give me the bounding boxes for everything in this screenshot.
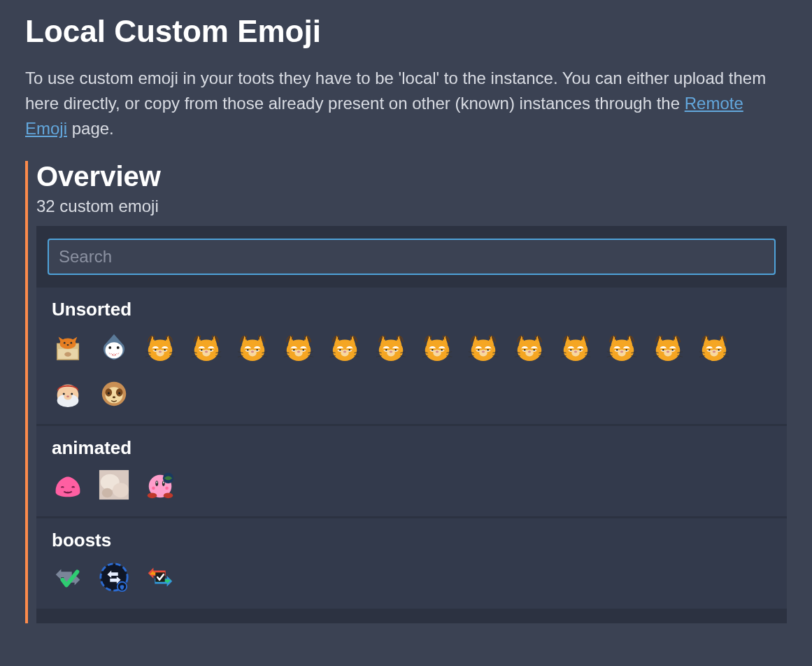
emoji-garfield-1[interactable] bbox=[144, 330, 176, 362]
svg-point-114 bbox=[662, 349, 664, 350]
category-animated: animated bbox=[36, 426, 787, 516]
emoji-garfield-10[interactable] bbox=[560, 330, 592, 362]
svg-point-151 bbox=[152, 486, 155, 490]
emoji-garfield-11[interactable] bbox=[606, 330, 638, 362]
svg-point-69 bbox=[432, 349, 433, 350]
svg-point-123 bbox=[708, 349, 710, 350]
intro-post: page. bbox=[67, 119, 114, 138]
svg-point-149 bbox=[156, 481, 157, 483]
svg-point-70 bbox=[441, 349, 442, 350]
svg-point-34 bbox=[256, 349, 257, 350]
emoji-fox-box[interactable] bbox=[52, 330, 84, 362]
svg-point-97 bbox=[579, 349, 580, 350]
svg-point-146 bbox=[164, 493, 173, 499]
svg-point-145 bbox=[148, 493, 157, 499]
svg-point-4 bbox=[70, 342, 72, 344]
emoji-blob-pink[interactable] bbox=[52, 469, 84, 501]
emoji-garfield-6[interactable] bbox=[375, 330, 407, 362]
overview-title: Overview bbox=[36, 161, 787, 192]
emoji-garfield-13[interactable] bbox=[698, 330, 730, 362]
emoji-sloth[interactable] bbox=[98, 376, 130, 409]
category-title: Unsorted bbox=[52, 299, 771, 320]
svg-point-81 bbox=[482, 350, 485, 353]
emoji-grid bbox=[52, 561, 771, 593]
svg-point-99 bbox=[574, 350, 577, 353]
svg-point-9 bbox=[117, 346, 120, 349]
emoji-garfield-8[interactable] bbox=[467, 330, 499, 362]
svg-point-105 bbox=[616, 349, 618, 350]
svg-point-27 bbox=[205, 350, 208, 353]
svg-point-96 bbox=[570, 349, 571, 350]
emoji-kirby-globe[interactable] bbox=[144, 469, 176, 501]
svg-point-54 bbox=[343, 350, 346, 353]
svg-point-24 bbox=[201, 349, 202, 350]
category-title: boosts bbox=[52, 530, 771, 551]
svg-point-45 bbox=[297, 350, 300, 353]
svg-point-42 bbox=[293, 349, 294, 350]
emoji-shark[interactable] bbox=[98, 330, 130, 362]
emoji-garfield-5[interactable] bbox=[329, 330, 361, 362]
svg-point-138 bbox=[118, 392, 120, 394]
emoji-grid bbox=[52, 469, 771, 501]
svg-point-36 bbox=[251, 350, 254, 353]
emoji-garfield-7[interactable] bbox=[421, 330, 453, 362]
svg-point-150 bbox=[163, 481, 164, 483]
svg-point-132 bbox=[66, 395, 69, 397]
svg-point-108 bbox=[620, 350, 623, 353]
svg-point-15 bbox=[155, 349, 156, 350]
search-input[interactable] bbox=[48, 239, 776, 275]
svg-point-60 bbox=[385, 349, 387, 350]
svg-point-51 bbox=[339, 349, 341, 350]
svg-point-130 bbox=[63, 392, 65, 395]
svg-point-8 bbox=[108, 346, 111, 349]
svg-point-5 bbox=[66, 344, 69, 346]
category-title: animated bbox=[52, 437, 771, 459]
category-boosts: boosts bbox=[36, 518, 787, 609]
emoji-boost-circle[interactable] bbox=[98, 561, 130, 593]
svg-point-78 bbox=[478, 349, 479, 350]
svg-point-2 bbox=[60, 339, 76, 349]
emoji-santa[interactable] bbox=[52, 376, 84, 409]
svg-point-139 bbox=[113, 396, 115, 398]
svg-point-126 bbox=[713, 350, 715, 353]
svg-point-72 bbox=[436, 350, 439, 353]
svg-point-88 bbox=[533, 349, 534, 350]
emoji-count: 32 custom emoji bbox=[36, 197, 787, 216]
emoji-fluffy[interactable] bbox=[98, 469, 130, 501]
svg-point-87 bbox=[524, 349, 525, 350]
emoji-garfield-4[interactable] bbox=[283, 330, 315, 362]
svg-point-131 bbox=[71, 392, 73, 395]
emoji-boost-check[interactable] bbox=[52, 561, 84, 593]
svg-point-124 bbox=[718, 349, 719, 350]
category-unsorted: Unsorted bbox=[36, 288, 787, 424]
emoji-boost-rainbow[interactable] bbox=[144, 561, 176, 593]
overview-section: Overview 32 custom emoji Unsortedanimate… bbox=[25, 161, 787, 623]
svg-point-106 bbox=[625, 349, 627, 350]
svg-point-33 bbox=[247, 349, 248, 350]
svg-point-115 bbox=[671, 349, 673, 350]
svg-point-25 bbox=[210, 349, 211, 350]
svg-point-79 bbox=[487, 349, 488, 350]
svg-point-143 bbox=[102, 488, 113, 497]
svg-point-6 bbox=[64, 352, 71, 357]
svg-point-52 bbox=[348, 349, 350, 350]
emoji-garfield-2[interactable] bbox=[190, 330, 222, 362]
emoji-garfield-3[interactable] bbox=[236, 330, 269, 362]
svg-point-90 bbox=[528, 350, 531, 353]
emoji-grid bbox=[52, 330, 771, 409]
panel-footer bbox=[36, 611, 787, 623]
page-title: Local Custom Emoji bbox=[25, 14, 787, 49]
intro-pre: To use custom emoji in your toots they h… bbox=[25, 69, 766, 113]
svg-point-117 bbox=[667, 350, 669, 353]
emoji-garfield-12[interactable] bbox=[652, 330, 684, 362]
svg-point-152 bbox=[165, 486, 169, 490]
svg-point-142 bbox=[113, 483, 129, 497]
svg-point-63 bbox=[390, 350, 392, 353]
svg-point-18 bbox=[159, 350, 162, 353]
svg-point-16 bbox=[164, 349, 165, 350]
emoji-garfield-9[interactable] bbox=[513, 330, 546, 362]
svg-point-7 bbox=[106, 342, 123, 358]
emoji-panel: Unsortedanimatedboosts bbox=[36, 226, 787, 623]
svg-point-137 bbox=[108, 392, 110, 394]
svg-point-3 bbox=[64, 342, 66, 344]
